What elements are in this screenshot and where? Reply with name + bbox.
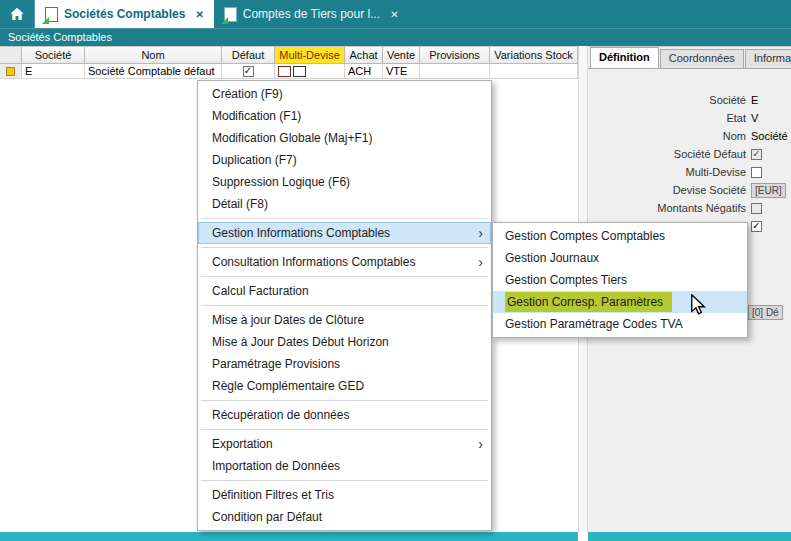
cell-defaut[interactable]: ✓: [222, 64, 275, 79]
nom-field[interactable]: Société: [751, 130, 788, 142]
horizontal-scrollbar[interactable]: [588, 532, 791, 541]
close-icon[interactable]: ✕: [390, 9, 398, 20]
page-title: Sociétés Comptables: [0, 28, 791, 46]
menu-item-detail[interactable]: Détail (F8): [198, 193, 491, 215]
tab-bar: Sociétés Comptables ✕ Comptes de Tiers p…: [0, 0, 791, 28]
row-selector-header[interactable]: [0, 47, 22, 64]
field-devise-societe: Devise Société [EUR]: [588, 181, 791, 199]
menu-item-modification[interactable]: Modification (F1): [198, 105, 491, 127]
close-icon[interactable]: ✕: [195, 9, 203, 20]
menu-item-gestion-informations-comptables[interactable]: Gestion Informations Comptables ›: [198, 222, 491, 244]
field-label: Montants Négatifs: [588, 202, 751, 214]
column-header-provisions[interactable]: Provisions: [420, 47, 490, 64]
field-societe: Société E: [588, 91, 791, 109]
tab-definition[interactable]: Définition: [590, 47, 659, 68]
column-header-societe[interactable]: Société: [22, 47, 85, 64]
tab-label: Sociétés Comptables: [64, 7, 185, 21]
field-label: Société: [588, 94, 751, 106]
field-label: Multi-Devise: [588, 166, 751, 178]
cell-nom[interactable]: Société Comptable défaut: [85, 64, 222, 79]
submenu-arrow-icon: ›: [478, 437, 483, 451]
table-row[interactable]: E Société Comptable défaut ✓ ACH VTE: [0, 64, 578, 79]
field-label: Société Défaut: [588, 148, 751, 160]
form-icon: [224, 7, 237, 22]
tab-information[interactable]: Information: [745, 49, 791, 68]
checkbox-unchecked-icon[interactable]: [751, 167, 762, 178]
menu-item-calcul-facturation[interactable]: Calcul Facturation: [198, 280, 491, 302]
partial-button[interactable]: [0] Dé: [748, 305, 783, 320]
menu-item-exportation[interactable]: Exportation ›: [198, 433, 491, 455]
field-label: Nom: [588, 130, 751, 142]
menu-item-mise-a-jour-dates-debut-horizon[interactable]: Mise à Jour Dates Début Horizon: [198, 331, 491, 353]
field-etat: Etat V: [588, 109, 791, 127]
societe-field[interactable]: E: [751, 94, 758, 106]
column-header-vente[interactable]: Vente: [383, 47, 420, 64]
menu-separator: [201, 218, 488, 219]
etat-field[interactable]: V: [751, 112, 758, 124]
cell-achat[interactable]: ACH: [345, 64, 383, 79]
tab-label: Comptes de Tiers pour l...: [243, 7, 380, 21]
current-row-icon: [6, 67, 15, 76]
menu-separator: [201, 276, 488, 277]
menu-item-duplication[interactable]: Duplication (F7): [198, 149, 491, 171]
checkbox-checked-icon[interactable]: ✓: [751, 149, 762, 160]
menu-separator: [201, 480, 488, 481]
column-header-achat[interactable]: Achat: [345, 47, 383, 64]
home-icon: [9, 7, 25, 21]
menu-item-creation[interactable]: Création (F9): [198, 83, 491, 105]
home-button[interactable]: [0, 0, 35, 28]
horizontal-scrollbar[interactable]: [0, 532, 578, 541]
submenu-item-gestion-comptes-tiers[interactable]: Gestion Comptes Tiers: [493, 269, 747, 291]
menu-separator: [201, 429, 488, 430]
cell-vente[interactable]: VTE: [383, 64, 420, 79]
cell-provisions[interactable]: [420, 64, 490, 79]
cell-societe[interactable]: E: [22, 64, 85, 79]
definition-form: Société E Etat V Nom Société Société Déf…: [588, 69, 791, 235]
submenu-item-gestion-journaux[interactable]: Gestion Journaux: [493, 247, 747, 269]
menu-item-parametrage-provisions[interactable]: Paramétrage Provisions: [198, 353, 491, 375]
checkbox-unchecked-icon[interactable]: [751, 203, 762, 214]
field-societe-defaut: Société Défaut ✓: [588, 145, 791, 163]
column-header-variations-stock[interactable]: Variations Stock: [490, 47, 578, 64]
devise-box-icon: [293, 66, 306, 77]
submenu-item-gestion-comptes-comptables[interactable]: Gestion Comptes Comptables: [493, 225, 747, 247]
menu-item-regle-complementaire-ged[interactable]: Règle Complémentaire GED: [198, 375, 491, 397]
application-window: Sociétés Comptables ✕ Comptes de Tiers p…: [0, 0, 791, 541]
devise-button[interactable]: [EUR]: [751, 183, 786, 198]
column-header-defaut[interactable]: Défaut: [222, 47, 275, 64]
cell-variations-stock[interactable]: [490, 64, 578, 79]
tab-coordonnees[interactable]: Coordonnées: [660, 49, 744, 68]
submenu-item-gestion-parametrage-codes-tva[interactable]: Gestion Paramétrage Codes TVA: [493, 313, 747, 335]
checkbox-checked-icon[interactable]: ✓: [751, 221, 762, 232]
panel-tab-strip: Définition Coordonnées Information: [588, 47, 791, 69]
menu-item-condition-par-defaut[interactable]: Condition par Défaut: [198, 506, 491, 528]
submenu-arrow-icon: ›: [478, 226, 483, 240]
form-icon: [45, 7, 58, 22]
submenu-arrow-icon: ›: [478, 255, 483, 269]
devise-box-icon: [278, 66, 291, 77]
tab-societes-comptables[interactable]: Sociétés Comptables ✕: [35, 0, 214, 28]
submenu-item-gestion-corresp-parametres[interactable]: Gestion Corresp. Paramètres: [493, 291, 747, 313]
menu-item-definition-filtres-et-tris[interactable]: Définition Filtres et Tris: [198, 484, 491, 506]
menu-item-suppression-logique[interactable]: Suppression Logique (F6): [198, 171, 491, 193]
field-label: Devise Société: [588, 184, 751, 196]
cell-multi-devise[interactable]: [275, 64, 345, 79]
field-multi-devise: Multi-Devise: [588, 163, 791, 181]
field-montants-negatifs: Montants Négatifs: [588, 199, 791, 217]
menu-item-importation-de-donnees[interactable]: Importation de Données: [198, 455, 491, 477]
menu-item-mise-a-jour-dates-cloture[interactable]: Mise à jour Dates de Clôture: [198, 309, 491, 331]
menu-separator: [201, 400, 488, 401]
table-header-row: Société Nom Défaut Multi-Devise Achat Ve…: [0, 47, 578, 64]
field-nom: Nom Société: [588, 127, 791, 145]
tab-comptes-de-tiers[interactable]: Comptes de Tiers pour l... ✕: [214, 0, 409, 28]
menu-separator: [201, 305, 488, 306]
column-header-multi-devise[interactable]: Multi-Devise: [275, 47, 345, 64]
row-selector-cell[interactable]: [0, 64, 22, 79]
context-menu: Création (F9) Modification (F1) Modifica…: [197, 80, 492, 531]
menu-item-modification-globale[interactable]: Modification Globale (Maj+F1): [198, 127, 491, 149]
menu-separator: [201, 247, 488, 248]
column-header-nom[interactable]: Nom: [85, 47, 222, 64]
checkbox-checked-icon[interactable]: ✓: [243, 66, 254, 77]
menu-item-recuperation-de-donnees[interactable]: Récupération de données: [198, 404, 491, 426]
menu-item-consultation-informations-comptables[interactable]: Consultation Informations Comptables ›: [198, 251, 491, 273]
